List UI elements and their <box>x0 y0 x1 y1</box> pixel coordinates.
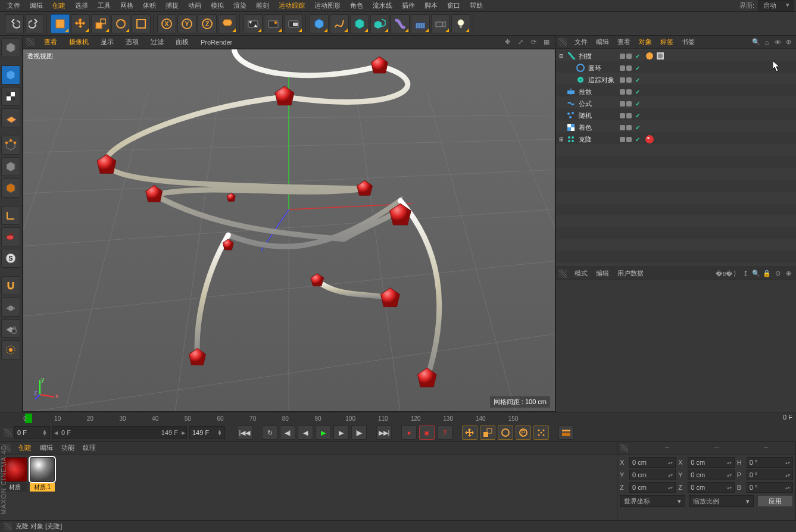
workplane-mode[interactable] <box>1 108 20 127</box>
attr-menu-edit[interactable]: 编辑 <box>592 269 613 278</box>
nav-back-icon[interactable]: �ย� <box>719 269 729 278</box>
snap-toggle[interactable] <box>1 276 20 295</box>
edge-mode[interactable] <box>1 157 20 176</box>
enable-check-icon[interactable]: ✔ <box>634 77 641 83</box>
material-swatch[interactable]: 材质.1 <box>30 457 55 518</box>
loop-button[interactable]: ↻ <box>262 425 277 440</box>
menu-file[interactable]: 文件 <box>2 1 25 10</box>
prev-frame-button[interactable]: ◀ <box>298 425 313 440</box>
object-row[interactable]: 着色✔ <box>556 121 796 133</box>
menu-create[interactable]: 创建 <box>48 1 70 10</box>
menu-tools[interactable]: 工具 <box>93 1 116 10</box>
axis-x-lock[interactable]: X <box>157 14 176 33</box>
home-icon[interactable]: ⌂ <box>762 37 772 47</box>
pos-field[interactable]: 0 cm▴▾ <box>629 470 676 480</box>
soft-select[interactable] <box>1 340 20 359</box>
add-environment[interactable] <box>411 14 430 33</box>
menu-select[interactable]: 选择 <box>70 1 93 10</box>
workplane-snap[interactable] <box>1 298 20 317</box>
object-name[interactable]: 追踪对象 <box>587 76 615 85</box>
goto-end-button[interactable]: ▶▶| <box>376 425 392 440</box>
attr-menu-userdata[interactable]: 用户数据 <box>613 269 648 278</box>
mat-menu-create[interactable]: 创建 <box>14 443 36 452</box>
viewport-solo[interactable]: S <box>1 249 20 268</box>
visibility-dots[interactable] <box>615 65 634 71</box>
om-menu-file[interactable]: 文件 <box>570 37 592 46</box>
add-spline[interactable] <box>330 14 349 33</box>
object-row[interactable]: ⊟扫描✔ <box>556 50 796 62</box>
size-field[interactable]: 0 cm▴▾ <box>688 457 734 468</box>
enable-check-icon[interactable]: ✔ <box>634 124 641 131</box>
rot-field[interactable]: 0 °▴▾ <box>747 470 793 480</box>
apply-button[interactable]: 应用 <box>757 495 793 507</box>
locked-workplane[interactable] <box>1 319 20 338</box>
rot-field[interactable]: 0 °▴▾ <box>747 457 793 468</box>
menu-volume[interactable]: 体积 <box>138 1 161 10</box>
render-pv[interactable] <box>264 14 283 33</box>
object-name[interactable]: 圆环 <box>587 64 615 73</box>
menu-window[interactable]: 窗口 <box>442 1 465 10</box>
sky-tag[interactable] <box>655 51 665 61</box>
range-slider[interactable]: 0 F149 F <box>52 426 187 439</box>
vp-menu-prorender[interactable]: ProRender <box>196 39 237 46</box>
menu-plugins[interactable]: 插件 <box>397 1 420 10</box>
add-generator2[interactable] <box>370 14 389 33</box>
coord-space-combo[interactable]: 世界坐标▾ <box>620 495 685 507</box>
vp-menu-view[interactable]: 查看 <box>39 37 62 46</box>
enable-check-icon[interactable]: ✔ <box>634 101 641 107</box>
om-menu-tags[interactable]: 标签 <box>656 37 678 46</box>
visibility-dots[interactable] <box>615 54 634 59</box>
coord-system[interactable] <box>218 14 237 33</box>
expand-toggle[interactable]: ⊞ <box>558 136 564 142</box>
goto-start-button[interactable]: |◀◀ <box>237 425 252 440</box>
pos-field[interactable]: 0 cm▴▾ <box>629 457 676 468</box>
render-view[interactable] <box>244 14 263 33</box>
visibility-dots[interactable] <box>615 113 634 118</box>
menu-char[interactable]: 角色 <box>345 1 368 10</box>
material-list[interactable]: 材质材质.1 <box>0 455 617 521</box>
play-button[interactable]: ▶ <box>316 425 331 440</box>
live-select-tool[interactable] <box>51 14 70 33</box>
menu-mtrack[interactable]: 运动跟踪 <box>274 1 310 10</box>
key-scale-button[interactable] <box>480 425 495 440</box>
menu-pipeline[interactable]: 流水线 <box>368 1 397 10</box>
grip-icon[interactable] <box>558 270 567 278</box>
key-pla-button[interactable] <box>533 425 549 440</box>
prev-key-button[interactable]: ◀| <box>280 425 295 440</box>
vp-nav-zoom-icon[interactable]: ⤢ <box>516 37 525 47</box>
object-name[interactable]: 扫描 <box>578 52 615 61</box>
mat-red-tag[interactable] <box>645 134 654 144</box>
add-primitive[interactable] <box>310 14 329 33</box>
next-key-button[interactable]: |▶ <box>351 425 367 440</box>
axis-z-lock[interactable]: Z <box>198 14 217 33</box>
menu-mesh[interactable]: 网格 <box>116 1 138 10</box>
key-param-button[interactable]: P <box>516 425 531 440</box>
vp-menu-panel[interactable]: 面板 <box>171 37 193 46</box>
menu-script[interactable]: 脚本 <box>420 1 442 10</box>
current-frame-field[interactable]: 0 F▲▼ <box>14 426 50 439</box>
vp-menu-options[interactable]: 选项 <box>121 37 143 46</box>
object-name[interactable]: 公式 <box>578 99 615 108</box>
add-light[interactable] <box>451 14 470 33</box>
enable-check-icon[interactable]: ✔ <box>634 65 641 71</box>
axis-y-lock[interactable]: Y <box>177 14 196 33</box>
menu-mograph[interactable]: 运动图形 <box>310 1 345 10</box>
enable-check-icon[interactable]: ✔ <box>634 89 641 95</box>
rotate-tool[interactable] <box>111 14 130 33</box>
grip-icon[interactable] <box>4 522 12 531</box>
object-row[interactable]: 随机✔ <box>556 109 796 121</box>
add-deformer[interactable] <box>391 14 410 33</box>
pos-field[interactable]: 0 cm▴▾ <box>629 482 676 493</box>
expand-icon[interactable]: ⊕ <box>783 37 793 47</box>
axis-tool[interactable] <box>1 206 20 225</box>
om-menu-edit[interactable]: 编辑 <box>592 37 613 46</box>
poly-mode[interactable] <box>1 179 20 198</box>
add-generator[interactable] <box>350 14 369 33</box>
key-rot-button[interactable] <box>498 425 513 440</box>
enable-check-icon[interactable]: ✔ <box>634 136 641 143</box>
new-icon[interactable]: ⊙ <box>773 269 782 278</box>
menu-snap[interactable]: 捕捉 <box>161 1 183 10</box>
make-editable[interactable] <box>1 38 20 57</box>
vp-menu-display[interactable]: 显示 <box>96 37 118 46</box>
size-field[interactable]: 0 cm▴▾ <box>688 470 734 480</box>
